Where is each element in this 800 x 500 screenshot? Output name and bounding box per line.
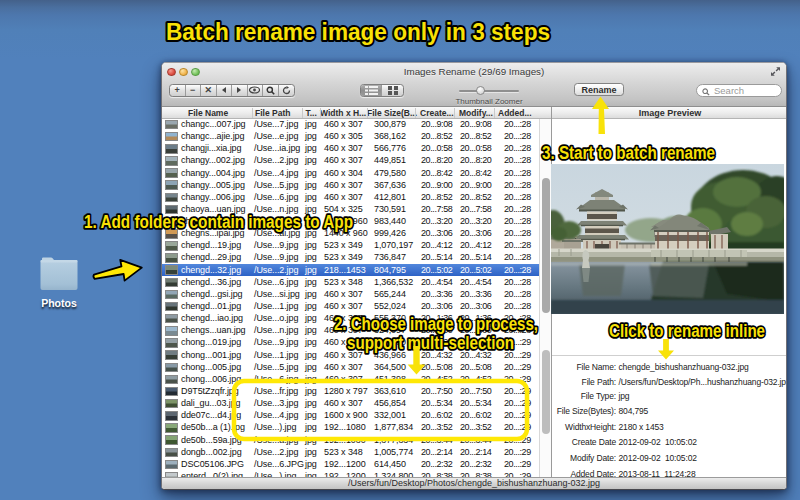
svg-text:Batch rename image only in 3 s: Batch rename image only in 3 steps <box>166 19 550 45</box>
